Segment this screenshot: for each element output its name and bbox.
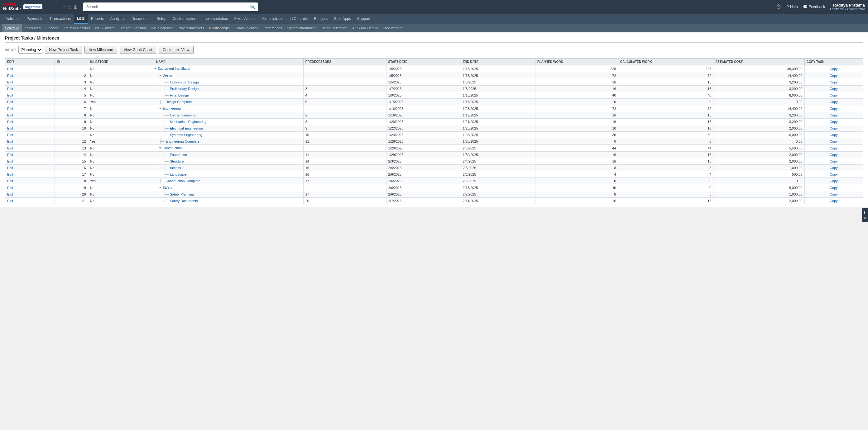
edit-link[interactable]: Edit: [7, 192, 13, 196]
search-bar[interactable]: 🔍: [83, 2, 258, 11]
copy-link[interactable]: Copy: [830, 113, 838, 117]
home2-icon[interactable]: ⊞: [73, 4, 78, 10]
home-icon[interactable]: ⌂: [62, 4, 65, 10]
nav-fixed-assets[interactable]: Fixed Assets: [231, 14, 259, 24]
copy-link[interactable]: Copy: [830, 172, 838, 176]
copy-link[interactable]: Copy: [830, 80, 838, 84]
edit-link[interactable]: Edit: [7, 74, 13, 77]
customize-view-button[interactable]: Customize View: [159, 46, 193, 54]
task-name-link[interactable]: Construction Complete: [165, 179, 200, 183]
task-name-link[interactable]: Engineering Complete: [165, 139, 199, 143]
task-name-link[interactable]: Safety Planning: [170, 192, 194, 196]
nav-budgets[interactable]: Budgets: [311, 14, 331, 24]
copy-link[interactable]: Copy: [830, 166, 838, 170]
copy-link[interactable]: Copy: [830, 153, 838, 157]
task-name-link[interactable]: Final Design: [170, 93, 189, 97]
copy-link[interactable]: Copy: [830, 199, 838, 203]
copy-link[interactable]: Copy: [830, 74, 838, 77]
nav-admin-controls[interactable]: Administration and Controls: [259, 14, 311, 24]
task-name-link[interactable]: Design: [162, 73, 173, 77]
subnav-project-indicators[interactable]: Project Indicators: [175, 24, 207, 32]
copy-link[interactable]: Copy: [830, 93, 838, 97]
task-name-link[interactable]: Civil Engineering: [170, 113, 196, 117]
task-name-link[interactable]: Structure: [170, 159, 184, 163]
nav-payments[interactable]: Payments: [23, 14, 46, 24]
edit-link[interactable]: Edit: [7, 87, 13, 91]
collapse-icon[interactable]: ▾: [159, 106, 161, 110]
copy-link[interactable]: Copy: [830, 186, 838, 190]
nav-implementation[interactable]: Implementation: [199, 14, 231, 24]
subnav-schedule[interactable]: Schedule: [2, 24, 22, 32]
user-area[interactable]: Raditya Pratama Logiframe - Administrato…: [830, 3, 865, 11]
star-icon[interactable]: ☆: [67, 4, 72, 10]
task-name-link[interactable]: Engineering: [162, 106, 181, 110]
copy-link[interactable]: Copy: [830, 133, 838, 137]
view-select[interactable]: Planning: [19, 46, 42, 54]
task-name-link[interactable]: Safety: [162, 186, 172, 189]
subnav-financial[interactable]: Financial: [43, 24, 62, 32]
subnav-pl-snapshot[interactable]: P&L Snapshot: [148, 24, 175, 32]
new-milestone-button[interactable]: New Milestone: [85, 46, 117, 54]
nav-transactions[interactable]: Transactions: [46, 14, 74, 24]
search-input[interactable]: [83, 2, 258, 11]
copy-link[interactable]: Copy: [830, 107, 838, 110]
nav-suiteapps[interactable]: SuiteApps: [331, 14, 354, 24]
help-link[interactable]: ? Help: [787, 5, 798, 9]
nav-setup[interactable]: Setup: [153, 14, 169, 24]
subnav-procurement[interactable]: Procurement: [380, 24, 405, 32]
subnav-resources[interactable]: Resources: [22, 24, 43, 32]
nav-reports[interactable]: Reports: [88, 14, 107, 24]
copy-link[interactable]: Copy: [830, 146, 838, 150]
copy-link[interactable]: Copy: [830, 179, 838, 183]
edit-link[interactable]: Edit: [7, 113, 13, 117]
collapse-icon[interactable]: ▾: [159, 146, 161, 150]
edit-link[interactable]: Edit: [7, 186, 13, 190]
edit-link[interactable]: Edit: [7, 93, 13, 97]
subnav-budget-snapshot[interactable]: Budget Snapshot: [117, 24, 148, 32]
edit-link[interactable]: Edit: [7, 166, 13, 170]
collapse-icon[interactable]: ▾: [154, 67, 156, 70]
copy-link[interactable]: Copy: [830, 100, 838, 104]
task-name-link[interactable]: Mechanical Engineering: [170, 120, 206, 124]
subnav-wbs-budget[interactable]: WBS Budget: [92, 24, 117, 32]
edit-link[interactable]: Edit: [7, 159, 13, 163]
task-name-link[interactable]: Design Complete: [165, 100, 192, 104]
subnav-preferences[interactable]: Preferences: [261, 24, 284, 32]
edit-link[interactable]: Edit: [7, 100, 13, 104]
history-icon[interactable]: ⏱: [776, 4, 782, 10]
task-name-link[interactable]: Access: [170, 166, 181, 170]
copy-link[interactable]: Copy: [830, 126, 838, 130]
nav-customization[interactable]: Customization: [169, 14, 199, 24]
edit-link[interactable]: Edit: [7, 153, 13, 157]
edit-link[interactable]: Edit: [7, 172, 13, 176]
edit-link[interactable]: Edit: [7, 120, 13, 124]
task-name-link[interactable]: Construction: [162, 146, 182, 150]
copy-link[interactable]: Copy: [830, 87, 838, 91]
task-name-link[interactable]: Preliminary Design: [170, 87, 198, 91]
subnav-demo-reference[interactable]: Demo Reference: [319, 24, 350, 32]
task-name-link[interactable]: Foundation: [170, 153, 187, 157]
edit-link[interactable]: Edit: [7, 199, 13, 203]
edit-link[interactable]: Edit: [7, 67, 13, 71]
subnav-ap-ar-details[interactable]: A/P - A/R Details: [350, 24, 380, 32]
subnav-related-records[interactable]: Related Records: [62, 24, 92, 32]
feedback-link[interactable]: 💬 Feedback: [803, 5, 825, 9]
copy-link[interactable]: Copy: [830, 120, 838, 124]
nav-documents[interactable]: Documents: [128, 14, 154, 24]
nav-lists[interactable]: Lists: [74, 14, 88, 24]
edit-link[interactable]: Edit: [7, 146, 13, 150]
task-name-link[interactable]: Conceptual Design: [170, 80, 199, 84]
copy-link[interactable]: Copy: [830, 192, 838, 196]
subnav-relationships[interactable]: Relationships: [207, 24, 232, 32]
edit-link[interactable]: Edit: [7, 139, 13, 143]
view-gantt-button[interactable]: View Gantt Chart: [120, 46, 156, 54]
task-name-link[interactable]: Safety Documents: [170, 199, 198, 203]
edit-link[interactable]: Edit: [7, 133, 13, 137]
new-project-task-button[interactable]: New Project Task: [45, 46, 82, 54]
nav-analytics[interactable]: Analytics: [107, 14, 128, 24]
nav-activities[interactable]: Activities: [2, 14, 23, 24]
task-name-link[interactable]: Electrical Engineering: [170, 126, 203, 130]
task-name-link[interactable]: Systems Engineering: [170, 133, 202, 137]
task-name-link[interactable]: Landscape: [170, 172, 187, 176]
copy-link[interactable]: Copy: [830, 139, 838, 143]
